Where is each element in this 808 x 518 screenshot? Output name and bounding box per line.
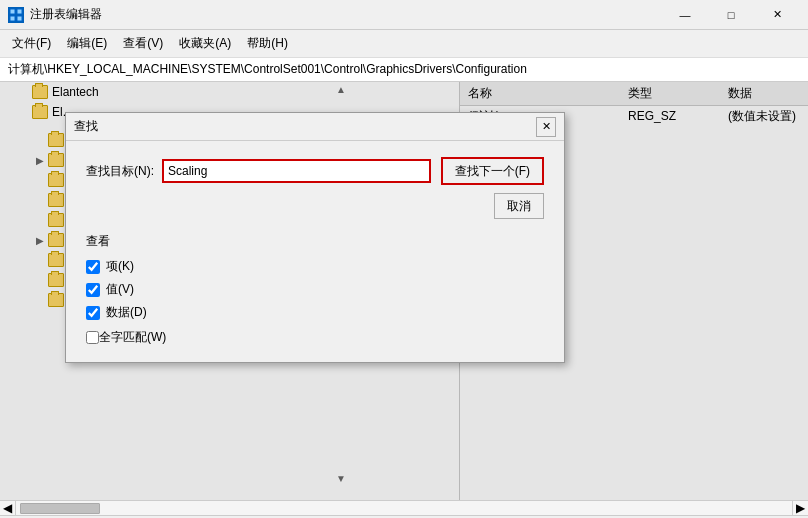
menu-edit[interactable]: 编辑(E) <box>59 32 115 55</box>
checkbox-data-label[interactable]: 数据(D) <box>106 304 147 321</box>
window-title: 注册表编辑器 <box>30 6 662 23</box>
close-button[interactable]: ✕ <box>754 0 800 30</box>
look-section-label: 查看 <box>86 233 544 250</box>
menu-bar: 文件(F) 编辑(E) 查看(V) 收藏夹(A) 帮助(H) <box>0 30 808 58</box>
title-bar: 注册表编辑器 — □ ✕ <box>0 0 808 30</box>
checkbox-keys[interactable] <box>86 260 100 274</box>
checkbox-full-match[interactable] <box>86 331 99 344</box>
menu-help[interactable]: 帮助(H) <box>239 32 296 55</box>
checkbox-values[interactable] <box>86 283 100 297</box>
dialog-close-button[interactable]: ✕ <box>536 117 556 137</box>
horizontal-scrollbar[interactable]: ◀ ▶ <box>0 500 808 515</box>
checkbox-full-match-label[interactable]: 全字匹配(W) <box>99 329 166 346</box>
app-icon <box>8 7 24 23</box>
scroll-right-button[interactable]: ▶ <box>792 501 808 516</box>
svg-rect-0 <box>10 9 15 14</box>
main-content: Elantech ▲ El... FeatureSetUsage ▶ Inter… <box>0 82 808 500</box>
menu-file[interactable]: 文件(F) <box>4 32 59 55</box>
cancel-button[interactable]: 取消 <box>494 193 544 219</box>
full-match-row: 全字匹配(W) <box>86 329 544 346</box>
dialog-title: 查找 <box>74 118 536 135</box>
checkbox-keys-label[interactable]: 项(K) <box>106 258 134 275</box>
checkbox-row-keys: 项(K) <box>86 258 544 275</box>
checkbox-row-values: 值(V) <box>86 281 544 298</box>
svg-rect-1 <box>17 9 22 14</box>
scroll-left-button[interactable]: ◀ <box>0 501 16 516</box>
find-dialog: 查找 ✕ 查找目标(N): 查找下一个(F) 取消 查看 <box>65 112 565 363</box>
window-controls: — □ ✕ <box>662 0 800 30</box>
find-next-button[interactable]: 查找下一个(F) <box>441 157 544 185</box>
find-row: 查找目标(N): 查找下一个(F) <box>86 157 544 185</box>
svg-rect-2 <box>10 16 15 21</box>
search-input[interactable] <box>164 161 429 181</box>
maximize-button[interactable]: □ <box>708 0 754 30</box>
menu-view[interactable]: 查看(V) <box>115 32 171 55</box>
find-label: 查找目标(N): <box>86 163 154 180</box>
dialog-overlay: 查找 ✕ 查找目标(N): 查找下一个(F) 取消 查看 <box>0 82 808 500</box>
address-path: 计算机\HKEY_LOCAL_MACHINE\SYSTEM\ControlSet… <box>8 61 527 78</box>
checkbox-data[interactable] <box>86 306 100 320</box>
svg-rect-3 <box>17 16 22 21</box>
address-bar: 计算机\HKEY_LOCAL_MACHINE\SYSTEM\ControlSet… <box>0 58 808 82</box>
dialog-body: 查找目标(N): 查找下一个(F) 取消 查看 项(K) <box>66 141 564 362</box>
checkbox-row-data: 数据(D) <box>86 304 544 321</box>
dialog-title-bar: 查找 ✕ <box>66 113 564 141</box>
checkbox-values-label[interactable]: 值(V) <box>106 281 134 298</box>
minimize-button[interactable]: — <box>662 0 708 30</box>
menu-favorites[interactable]: 收藏夹(A) <box>171 32 239 55</box>
scroll-thumb[interactable] <box>20 503 100 514</box>
search-input-container <box>162 159 431 183</box>
